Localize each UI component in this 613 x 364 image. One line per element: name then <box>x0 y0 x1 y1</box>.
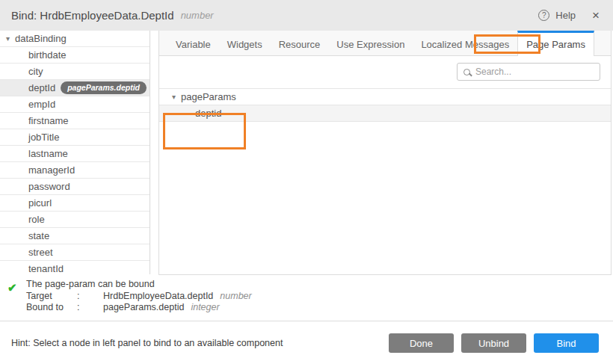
status-boundto-type: integer <box>191 302 219 314</box>
tree-item-label: firstname <box>28 115 68 126</box>
search-input[interactable] <box>475 67 588 77</box>
tree-item-state[interactable]: state <box>0 228 150 244</box>
status-target-row: Target : HrdbEmployeeData.deptId number <box>26 291 613 303</box>
binding-tabs: Variable Widgets Resource Use Expression… <box>159 31 611 56</box>
status-target-type: number <box>220 291 251 303</box>
status-lines: The page-param can be bound Target : Hrd… <box>26 279 613 314</box>
tree-item-role[interactable]: role <box>0 212 150 228</box>
bind-button[interactable]: Bind <box>534 333 599 353</box>
footer-buttons: Done Unbind Bind <box>389 333 599 353</box>
tree-item-empid[interactable]: empId <box>0 96 150 113</box>
tree-item-deptid[interactable]: deptId pageParams.deptid <box>0 80 150 96</box>
tree-item-label: lastname <box>28 148 68 159</box>
tab-page-params[interactable]: Page Params <box>517 31 594 56</box>
status-target-value: HrdbEmployeeData.deptId <box>103 291 213 303</box>
tree-item-label: picurl <box>28 197 52 209</box>
help-button[interactable]: Help <box>555 10 576 21</box>
done-button[interactable]: Done <box>389 333 454 353</box>
tree-item-label: empId <box>28 99 55 110</box>
tree-item-managerid[interactable]: managerId <box>0 162 150 179</box>
tree-item-label: password <box>28 181 70 192</box>
tree-item-tenantid[interactable]: tenantId <box>0 261 150 274</box>
success-check-icon: ✔ <box>7 281 17 294</box>
unbind-button[interactable]: Unbind <box>461 333 526 353</box>
tab-localized-messages[interactable]: Localized Messages <box>413 31 517 55</box>
status-message: The page-param can be bound <box>26 279 613 291</box>
tree-item-lastname[interactable]: lastname <box>0 146 150 162</box>
search-icon <box>463 69 470 75</box>
binding-panel: Variable Widgets Resource Use Expression… <box>158 31 612 275</box>
close-icon[interactable]: × <box>592 9 600 22</box>
tree-item-pageparams-deptid[interactable]: deptid <box>159 105 611 122</box>
tree-item-jobtitle[interactable]: jobTitle <box>0 129 150 146</box>
tree-item-label: state <box>28 230 49 241</box>
chevron-down-icon[interactable]: ▾ <box>6 35 10 43</box>
tree-item-label: managerId <box>28 164 75 176</box>
dialog-title-type: number <box>181 10 214 21</box>
hint-text: Hint: Select a node in left panel to bin… <box>11 338 283 348</box>
tree-item-password[interactable]: password <box>0 179 150 195</box>
dialog-header: Bind: HrdbEmployeeData.DeptId number ? H… <box>0 0 613 31</box>
databinding-tree: ▾ dataBinding birthdate city deptId page… <box>0 31 150 274</box>
footer-divider <box>0 321 613 321</box>
status-separator: : <box>77 291 103 303</box>
status-separator: : <box>77 302 103 314</box>
status-boundto-label: Bound to <box>26 302 77 314</box>
bind-dialog: Bind: HrdbEmployeeData.DeptId number ? H… <box>0 0 613 364</box>
tree-item-label: deptId <box>28 82 55 93</box>
page-params-tree: ▾ pageParams deptid <box>159 88 611 122</box>
help-icon[interactable]: ? <box>538 10 549 21</box>
tab-variable[interactable]: Variable <box>167 31 219 55</box>
tree-item-picurl[interactable]: picurl <box>0 195 150 212</box>
status-target-label: Target <box>26 291 77 303</box>
tree-item-birthdate[interactable]: birthdate <box>0 47 150 64</box>
tree-item-label: role <box>28 214 45 225</box>
search-box[interactable] <box>457 63 600 81</box>
tree-item-street[interactable]: street <box>0 244 150 261</box>
tree-item-label: jobTitle <box>28 132 59 143</box>
tree-item-city[interactable]: city <box>0 64 150 80</box>
tree-item-label: street <box>28 247 53 258</box>
tab-resource[interactable]: Resource <box>271 31 329 55</box>
chevron-down-icon[interactable]: ▾ <box>172 93 176 101</box>
dialog-title: Bind: HrdbEmployeeData.DeptId <box>11 9 174 22</box>
tree-item-label: birthdate <box>28 49 67 61</box>
tree-item-firstname[interactable]: firstname <box>0 113 150 129</box>
status-boundto-row: Bound to : pageParams.deptid integer <box>26 302 613 314</box>
tree-item-label: tenantId <box>28 263 64 274</box>
tab-use-expression[interactable]: Use Expression <box>328 31 413 55</box>
tree-item-label: dataBinding <box>15 33 67 44</box>
tab-widgets[interactable]: Widgets <box>219 31 271 55</box>
binding-badge: pageParams.deptid <box>61 81 147 94</box>
tree-item-label: city <box>28 66 43 77</box>
tree-item-pageparams[interactable]: ▾ pageParams <box>159 88 611 105</box>
status-boundto-value: pageParams.deptid <box>103 302 184 314</box>
tree-item-label: pageParams <box>181 91 236 102</box>
tree-item-databinding[interactable]: ▾ dataBinding <box>0 31 150 47</box>
header-actions: ? Help × <box>538 9 600 22</box>
tree-item-label: deptid <box>195 108 221 119</box>
binding-status: ✔ The page-param can be bound Target : H… <box>0 279 613 314</box>
page-params-content: ▾ pageParams deptid <box>159 56 611 274</box>
